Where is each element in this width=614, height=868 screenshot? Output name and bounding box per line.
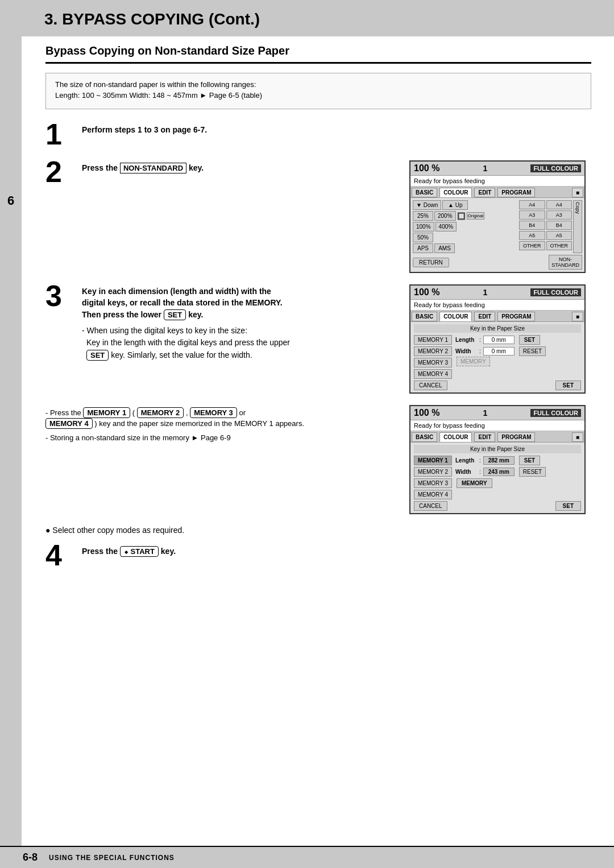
step-3-row: 3 Key in each dimension (length and widt…: [45, 284, 591, 394]
zoom-controls: ▼ Down ▲ Up 25% 200% 🔲 Original: [413, 200, 517, 253]
memory-keys: MEMORY 1 MEMORY 2 MEMORY 3 MEMORY 4: [414, 335, 452, 379]
paper-b4-copy[interactable]: B4: [546, 221, 572, 230]
step-3-content: Key in each dimension (length and width)…: [82, 284, 400, 363]
tab-colour[interactable]: COLOUR: [439, 188, 472, 197]
step-3-screen: 100 % 1 FULL COLOUR Ready for bypass fee…: [409, 284, 591, 394]
step-4-content: Press the ⬥ START key.: [82, 544, 591, 559]
set-key-upper: SET: [86, 350, 109, 361]
screen1-body: ▼ Down ▲ Up 25% 200% 🔲 Original: [410, 198, 584, 272]
zoom-up-btn[interactable]: ▲ Up: [442, 200, 468, 210]
width-label-filled: Width: [455, 469, 477, 475]
tab2e-basic[interactable]: BASIC: [412, 312, 437, 321]
info-box: The size of non-standard paper is within…: [45, 73, 591, 109]
step-4-text: Press the: [82, 547, 118, 556]
width-reset-btn-filled[interactable]: RESET: [519, 467, 546, 477]
length-value-empty[interactable]: 0 mm: [483, 336, 515, 344]
screen2e-status: Ready for bypass feeding: [410, 300, 584, 311]
tab-basic[interactable]: BASIC: [412, 188, 437, 197]
screen1-bottom: RETURN NON- STANDARD: [413, 255, 582, 270]
memory3-key[interactable]: MEMORY 3: [414, 358, 452, 367]
start-key: ⬥ START: [120, 546, 159, 557]
step-1-content: Perform steps 1 to 3 on page 6-7.: [82, 123, 591, 137]
note3: SET key. Simlarly, set the value for the…: [82, 350, 400, 361]
memory1-key[interactable]: MEMORY 1: [414, 335, 452, 345]
ams-btn[interactable]: AMS: [434, 243, 455, 253]
memory1-key-filled[interactable]: MEMORY 1: [414, 456, 452, 465]
memory4-key-filled[interactable]: MEMORY 4: [414, 490, 452, 499]
length-set-btn-filled[interactable]: SET: [519, 456, 540, 465]
zoom-400-btn[interactable]: 400%: [435, 222, 457, 232]
tab2f-edit[interactable]: EDIT: [474, 432, 495, 442]
mem-placeholder-filled[interactable]: MEMORY: [457, 478, 492, 488]
step-2-content: Press the NON-STANDARD key.: [82, 160, 400, 176]
paper-a3-orig[interactable]: A3: [519, 210, 545, 220]
tab-program[interactable]: PROGRAM: [497, 188, 535, 197]
tab2e-edit[interactable]: EDIT: [474, 312, 495, 321]
paper-a5-copy[interactable]: A5: [546, 231, 572, 240]
zoom-nav-row: ▼ Down ▲ Up: [413, 200, 517, 210]
paper-col-2: A4 A3 B4 A5 OTHER: [546, 200, 572, 253]
length-value-filled[interactable]: 282 mm: [483, 456, 515, 465]
screen2f-status: Ready for bypass feeding: [410, 420, 584, 431]
memory2-key[interactable]: MEMORY 2: [414, 346, 452, 356]
tab2e-colour[interactable]: COLOUR: [439, 312, 472, 321]
screen1-status: Ready for bypass feeding: [410, 176, 584, 187]
step-2-left: 2 Press the NON-STANDARD key.: [45, 160, 400, 187]
width-value-filled[interactable]: 243 mm: [483, 468, 515, 476]
zoom-200-btn[interactable]: 200%: [434, 211, 456, 221]
cancel-btn-filled[interactable]: CANCEL: [414, 501, 447, 511]
memory3-key-filled[interactable]: MEMORY 3: [414, 478, 452, 488]
memory2-key-filled[interactable]: MEMORY 2: [414, 467, 452, 477]
tab2e-program[interactable]: PROGRAM: [497, 312, 535, 321]
paper-a4-orig[interactable]: A4: [519, 200, 545, 209]
tab2f-basic[interactable]: BASIC: [412, 432, 437, 442]
paper-other-copy[interactable]: OTHER: [546, 241, 572, 250]
aps-btn[interactable]: APS: [413, 243, 433, 253]
zoom-100-btn[interactable]: 100%: [413, 222, 434, 232]
set-btn-empty[interactable]: SET: [555, 381, 581, 390]
note2: Key in the length with the digital keys …: [82, 338, 400, 347]
mem-note1-post: ) key and the paper size memorized in th…: [94, 419, 304, 428]
step-3-line2: digital keys, or recall the data stored …: [82, 298, 283, 307]
tab-edit[interactable]: EDIT: [474, 188, 495, 197]
memory-notes-left: - Press the MEMORY 1 ( MEMORY 2 , MEMORY…: [45, 405, 400, 442]
step-3-line1: Key in each dimension (length and width)…: [82, 287, 271, 296]
memory-screen-filled: 100 % 1 FULL COLOUR Ready for bypass fee…: [409, 405, 586, 514]
paper-a5-orig[interactable]: A5: [519, 231, 545, 240]
screen2e-body: Key in the Paper Size MEMORY 1 MEMORY 2 …: [410, 322, 584, 392]
mem2-key-note: MEMORY 2: [137, 407, 184, 418]
paper-b4-orig[interactable]: B4: [519, 221, 545, 230]
step-3-left: 3 Key in each dimension (length and widt…: [45, 284, 400, 363]
cancel-btn-empty[interactable]: CANCEL: [414, 381, 447, 390]
return-btn[interactable]: RETURN: [413, 258, 449, 267]
mem4-key-note: MEMORY 4: [45, 418, 93, 429]
zoom-25-btn[interactable]: 25%: [413, 211, 433, 221]
width-value-empty[interactable]: 0 mm: [483, 347, 515, 356]
set-btn-filled[interactable]: SET: [555, 501, 581, 511]
copy-label: Copy: [573, 200, 582, 253]
width-reset-btn-empty[interactable]: RESET: [519, 346, 546, 356]
length-label-filled: Length: [455, 457, 477, 464]
length-label-empty: Length: [455, 337, 477, 343]
step-2-number: 2: [45, 157, 75, 187]
tab2f-program[interactable]: PROGRAM: [497, 432, 535, 442]
zoom-down-btn[interactable]: ▼ Down: [413, 200, 441, 210]
memory4-key[interactable]: MEMORY 4: [414, 369, 452, 379]
page-header: 3. BYPASS COPYING (Cont.): [22, 0, 614, 36]
info-line2: Length: 100 ~ 305mm Width: 148 ~ 457mm ►…: [55, 91, 582, 100]
memory-placeholder-empty: MEMORY: [457, 358, 581, 365]
memory-notes: - Press the MEMORY 1 ( MEMORY 2 , MEMORY…: [45, 405, 400, 442]
length-row-filled: Length : 282 mm SET: [455, 456, 581, 465]
paper-a4-copy[interactable]: A4: [546, 200, 572, 209]
zoom-50-btn[interactable]: 50%: [413, 233, 433, 242]
screen2e-bottom: CANCEL SET: [414, 381, 581, 390]
paper-other-orig[interactable]: OTHER: [519, 241, 545, 250]
length-set-btn-empty[interactable]: SET: [519, 335, 540, 345]
mem-placeholder-empty: MEMORY: [457, 357, 490, 366]
zoom-aps-row: APS AMS: [413, 243, 517, 253]
tab2f-colour[interactable]: COLOUR: [439, 432, 472, 442]
non-std-btn[interactable]: NON- STANDARD: [549, 255, 582, 270]
paper-a3-copy[interactable]: A3: [546, 210, 572, 220]
zoom-row2: 100% 400%: [413, 222, 517, 232]
non-standard-key: NON-STANDARD: [120, 163, 186, 173]
